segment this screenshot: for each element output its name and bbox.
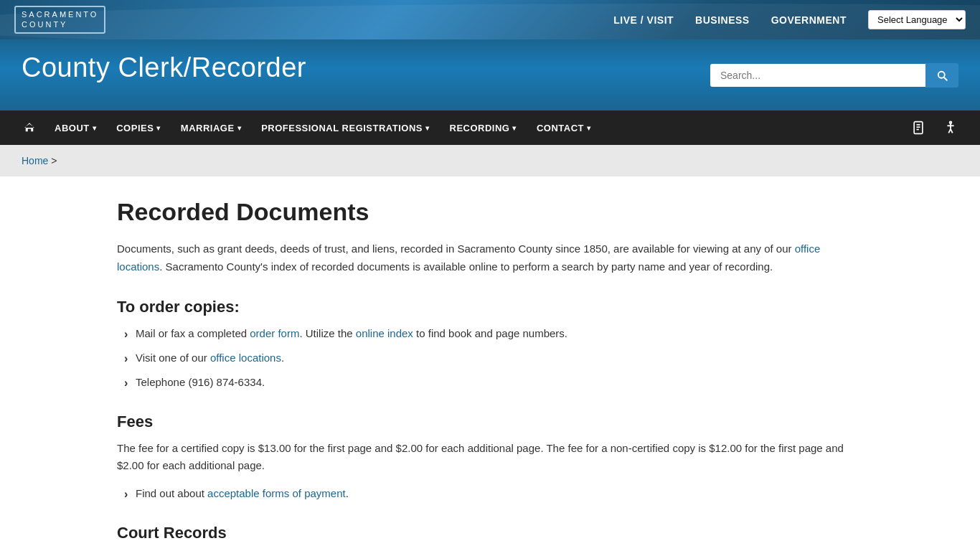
order-copies-list: Mail or fax a completed order form. Util…	[124, 325, 863, 391]
site-title: County Clerk/Recorder	[22, 52, 306, 83]
online-index-link[interactable]: online index	[356, 327, 413, 339]
nav-copies[interactable]: COPIES ▾	[106, 113, 171, 143]
breadcrumb-bar: Home >	[0, 145, 980, 176]
profreg-chevron: ▾	[425, 124, 430, 132]
nav-marriage[interactable]: MARRIAGE ▾	[171, 113, 251, 143]
list-item: Find out about acceptable forms of payme…	[124, 485, 863, 502]
fees-list: Find out about acceptable forms of payme…	[124, 485, 863, 502]
svg-point-4	[950, 121, 952, 123]
order-copies-heading: To order copies:	[117, 298, 863, 316]
site-logo: SACRAMENTO COUNTY	[14, 6, 105, 33]
search-icon	[936, 69, 948, 82]
logo-line1: SACRAMENTO	[22, 10, 98, 19]
document-icon	[911, 121, 925, 135]
top-bar: SACRAMENTO COUNTY LIVE / VISIT BUSINESS …	[0, 0, 980, 39]
nav-about[interactable]: ABOUT ▾	[44, 113, 106, 143]
breadcrumb-separator: >	[51, 155, 57, 166]
accessibility-icon	[943, 120, 958, 136]
search-button[interactable]	[925, 63, 958, 88]
search-input[interactable]	[710, 64, 925, 87]
nav-utility-icons	[904, 114, 966, 141]
court-records-heading: Court Records	[117, 524, 863, 542]
list-item: Mail or fax a completed order form. Util…	[124, 325, 863, 342]
svg-line-8	[951, 129, 953, 133]
top-navigation: LIVE / VISIT BUSINESS GOVERNMENT Select …	[613, 10, 966, 29]
main-content: Recorded Documents Documents, such as gr…	[95, 176, 885, 551]
order-form-link[interactable]: order form	[250, 327, 299, 339]
top-nav-live-visit[interactable]: LIVE / VISIT	[613, 14, 674, 26]
nav-professional-registrations[interactable]: PROFESSIONAL REGISTRATIONS ▾	[251, 113, 439, 143]
home-icon	[23, 121, 36, 134]
recording-chevron: ▾	[512, 124, 517, 132]
search-area	[710, 63, 958, 88]
nav-contact[interactable]: CONTACT ▾	[527, 113, 601, 143]
about-chevron: ▾	[93, 124, 97, 132]
intro-paragraph: Documents, such as grant deeds, deeds of…	[117, 240, 863, 276]
acceptable-payment-link[interactable]: acceptable forms of payment	[207, 487, 346, 499]
breadcrumb-home-link[interactable]: Home	[22, 155, 48, 166]
accessibility-icon-button[interactable]	[936, 114, 966, 141]
language-selector[interactable]: Select Language	[868, 10, 966, 29]
marriage-chevron: ▾	[237, 124, 242, 132]
office-locations-link-2[interactable]: office locations	[210, 352, 281, 364]
logo-area: SACRAMENTO COUNTY	[14, 6, 105, 33]
logo-line2: COUNTY	[22, 20, 98, 29]
page-title: Recorded Documents	[117, 198, 863, 226]
nav-home[interactable]	[14, 111, 44, 144]
header-band: County Clerk/Recorder	[0, 39, 980, 110]
top-nav-government[interactable]: GOVERNMENT	[771, 14, 847, 26]
main-navigation: ABOUT ▾ COPIES ▾ MARRIAGE ▾ PROFESSIONAL…	[0, 110, 980, 145]
contact-chevron: ▾	[587, 124, 591, 132]
document-icon-button[interactable]	[904, 115, 933, 141]
list-item: Telephone (916) 874-6334.	[124, 374, 863, 391]
fees-paragraph: The fee for a certified copy is $13.00 f…	[117, 440, 863, 476]
fees-heading: Fees	[117, 413, 863, 431]
top-nav-business[interactable]: BUSINESS	[695, 14, 750, 26]
nav-recording[interactable]: RECORDING ▾	[440, 113, 527, 143]
copies-chevron: ▾	[156, 124, 161, 132]
list-item: Visit one of our office locations.	[124, 349, 863, 367]
